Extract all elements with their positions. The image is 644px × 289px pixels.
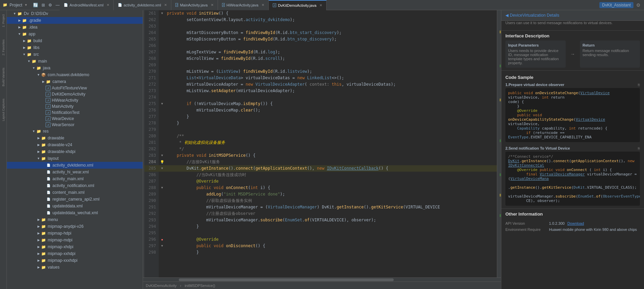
- sidebar-item-dvkitdemoactivity[interactable]: ▶ J DvKitDemoActivity: [7, 91, 143, 97]
- fold-286: [159, 172, 166, 178]
- folder-icon-mipmap-mdpi: 📁: [41, 237, 46, 243]
- h-scroll-track[interactable]: [143, 278, 501, 281]
- sidebar-item-hiwearactivity[interactable]: ▶ J HiWearActivity: [7, 97, 143, 103]
- sidebar-item-updateddata-wechat[interactable]: ▶ 📄 updateddata_wechat.xml: [7, 209, 143, 216]
- fold-287: [159, 178, 166, 185]
- sidebar-item-notificationtest[interactable]: ▶ J NotificationTest: [7, 109, 143, 116]
- fold-288[interactable]: ▼: [159, 185, 166, 191]
- line-292: 292: [144, 210, 159, 217]
- sidebar-item-mipmap-xxhdpi[interactable]: ▶ 📁 mipmap-xxhdpi: [7, 250, 143, 257]
- editor-content[interactable]: 261 262 263 264 265 266 267 268 269 270 …: [143, 10, 501, 277]
- code-lines[interactable]: private void initView() { setContentView…: [166, 10, 497, 277]
- sidebar-item-activity-notification[interactable]: ▶ 📄 activity_notification.xml: [7, 182, 143, 189]
- fold-283[interactable]: ▼: [159, 152, 166, 159]
- copy-sample1-button[interactable]: ⎘: [638, 83, 640, 87]
- side-tab-favorites[interactable]: 2: Favorites: [1, 37, 6, 58]
- project-section: 📁 Project ▼: [0, 3, 30, 7]
- close-androidmanifest[interactable]: ✕: [107, 3, 109, 7]
- tab-activity-dvkit[interactable]: 📄 activity_dvkitdemo.xml ✕: [114, 0, 171, 10]
- tab-dvkitdemo[interactable]: J DvKitDemoActivity.java ✕: [269, 0, 327, 10]
- params-arrow-icon: →: [568, 40, 578, 68]
- sidebar-item-wearsensor[interactable]: ▶ J WearSensor: [7, 122, 143, 128]
- close-hiwear[interactable]: ✕: [262, 3, 264, 7]
- sidebar-item-mipmap-hdpi[interactable]: ▶ 📁 mipmap-hdpi: [7, 230, 143, 237]
- side-tab-variants[interactable]: Build Variants: [1, 65, 6, 89]
- sidebar-item-register-camera[interactable]: ▶ 📄 register_camera_api2.xml: [7, 196, 143, 203]
- sidebar-item-drawable-xhdpi[interactable]: ▶ 📁 drawable-xhdpi: [7, 148, 143, 155]
- sidebar-item-mipmap-xxxhdpi[interactable]: ▶ 📁 mipmap-xxxhdpi: [7, 257, 143, 264]
- sidebar-item-menu[interactable]: ▶ 📁 menu: [7, 216, 143, 223]
- code-line-266: [166, 42, 497, 49]
- tab-androidmanifest[interactable]: 📄 AndroidManifest.xml ✕: [60, 0, 114, 10]
- sample2-header: 2.Send notification To Virtual Device ⎘: [501, 145, 644, 150]
- sidebar-item-mainactivity[interactable]: ▶ J MainActivity: [7, 103, 143, 109]
- change-marker-4: [500, 139, 501, 142]
- code-line-291: mVirtualDeviceManager = (VirtualDeviceMa…: [166, 204, 497, 210]
- sidebar-item-idea[interactable]: ▶ 📁 .idea: [7, 24, 143, 31]
- close-dvkitdemo[interactable]: ✕: [319, 3, 322, 7]
- assistant-settings-icon[interactable]: ⚙: [636, 2, 641, 8]
- assistant-label[interactable]: DvKit_Assistant: [599, 2, 633, 8]
- h-scroll-thumb[interactable]: [179, 278, 394, 281]
- sidebar-item-updateddata[interactable]: ▶ 📄 updateddata.xml: [7, 203, 143, 209]
- sidebar-item-drawable[interactable]: ▶ 📁 drawable: [7, 135, 143, 141]
- line-269: 269: [144, 62, 159, 68]
- sidebar-label-idea: .idea: [29, 25, 37, 30]
- sidebar-item-main[interactable]: ▼ 📁 main: [7, 58, 143, 65]
- interface-desc-title: Interface Description: [501, 30, 644, 40]
- tab-hiwear[interactable]: J HiWearActivity.java ✕: [218, 0, 269, 10]
- download-link[interactable]: Download: [567, 221, 584, 225]
- sidebar-item-autofittextureview[interactable]: ▶ J AutoFitTextureView: [7, 85, 143, 91]
- settings-icon[interactable]: ⚙: [48, 3, 52, 7]
- horizontal-scroll[interactable]: [143, 277, 501, 282]
- sidebar-item-weardevice[interactable]: ▶ J WearDevice: [7, 116, 143, 122]
- minimize-icon[interactable]: —: [56, 3, 60, 7]
- code-line-272: mVirtualDeviceAdapter = new VirtualDevic…: [166, 81, 497, 88]
- params-grid: Input Parameters Users needs to provide …: [501, 40, 644, 70]
- code-line-274: [166, 94, 497, 101]
- fold-275[interactable]: ▼: [159, 101, 166, 107]
- sidebar-item-drawable-v24[interactable]: ▶ 📁 drawable-v24: [7, 141, 143, 148]
- sidebar-label-build: build: [33, 38, 42, 43]
- sidebar-item-activity-hi-wear[interactable]: ▶ 📄 activity_hi_wear.xml: [7, 169, 143, 175]
- structure-icon[interactable]: ⊞: [42, 3, 45, 7]
- sidebar-item-res[interactable]: ▼ 📁 res: [7, 128, 143, 135]
- editor-status-bar: DvKitDemoActivity › initMSDPService(): [143, 282, 501, 289]
- sidebar-item-package[interactable]: ▼ 📦 com.huawei.dvkitdemo: [7, 71, 143, 78]
- sidebar-item-camera[interactable]: ▶ 📁 camera: [7, 78, 143, 85]
- fold-276: [159, 107, 166, 114]
- fold-285[interactable]: ▼: [159, 165, 166, 172]
- sidebar-item-layout[interactable]: ▼ 📁 layout: [7, 155, 143, 162]
- fold-261[interactable]: ▼: [159, 10, 166, 17]
- sidebar-item-mipmap-xhdpi[interactable]: ▶ 📁 mipmap-xhdpi: [7, 243, 143, 250]
- sidebar-item-mipmap-mdpi[interactable]: ▶ 📁 mipmap-mdpi: [7, 237, 143, 243]
- close-mainactivity[interactable]: ✕: [211, 3, 214, 7]
- arrow-mipmap-xhdpi: ▶: [36, 245, 41, 249]
- back-button[interactable]: ◀ DeviceVirtualization Details: [505, 13, 559, 18]
- fold-297[interactable]: ▼: [159, 243, 166, 249]
- fold-268: [159, 55, 166, 62]
- copy-sample2-button[interactable]: ⎘: [638, 147, 640, 150]
- sidebar-item-mipmap-anydpi[interactable]: ▶ 📁 mipmap-anydpi-v26: [7, 223, 143, 230]
- tab-mainactivity[interactable]: J MainActivity.java ✕: [171, 0, 218, 10]
- code-scroll-area[interactable]: 261 262 263 264 265 266 267 268 269 270 …: [144, 10, 497, 277]
- sidebar-item-activity-dvkitdemo-xml[interactable]: ▶ 📄 activity_dvkitdemo.xml: [7, 162, 143, 169]
- close-activity-dvkit[interactable]: ✕: [164, 3, 167, 7]
- sidebar-item-root[interactable]: ▼ 📁 Dv D:\DS\Dv: [7, 10, 143, 17]
- side-tab-captures[interactable]: Layout Captures: [1, 96, 6, 124]
- sidebar-item-content-main[interactable]: ▶ 📄 content_main.xml: [7, 189, 143, 196]
- sidebar-item-build[interactable]: ▶ 📁 build: [7, 37, 143, 44]
- sidebar-item-app[interactable]: ▼ 📁 app: [7, 31, 143, 37]
- code-line-283: private void initMSDPService() {: [166, 152, 497, 159]
- right-panel-header: ◀ DeviceVirtualization Details: [501, 10, 644, 21]
- side-tab-project[interactable]: 1: Project: [1, 12, 6, 30]
- sidebar-item-libs[interactable]: ▶ 📁 libs: [7, 44, 143, 51]
- sidebar-item-src[interactable]: ▼ 📁 src: [7, 51, 143, 58]
- sidebar-item-values[interactable]: ▶ 📁 values: [7, 264, 143, 271]
- sidebar-item-activity-main[interactable]: ▶ 📄 activity_main.xml: [7, 175, 143, 182]
- code-line-278: }: [166, 120, 497, 126]
- sync-icon[interactable]: 🔄: [33, 3, 38, 7]
- sidebar-item-gradle[interactable]: ▶ 📁 .gradle: [7, 17, 143, 24]
- sidebar-item-java[interactable]: ▼ 📁 java: [7, 65, 143, 71]
- code-line-289: addLog("init MSDPService done");: [166, 191, 497, 198]
